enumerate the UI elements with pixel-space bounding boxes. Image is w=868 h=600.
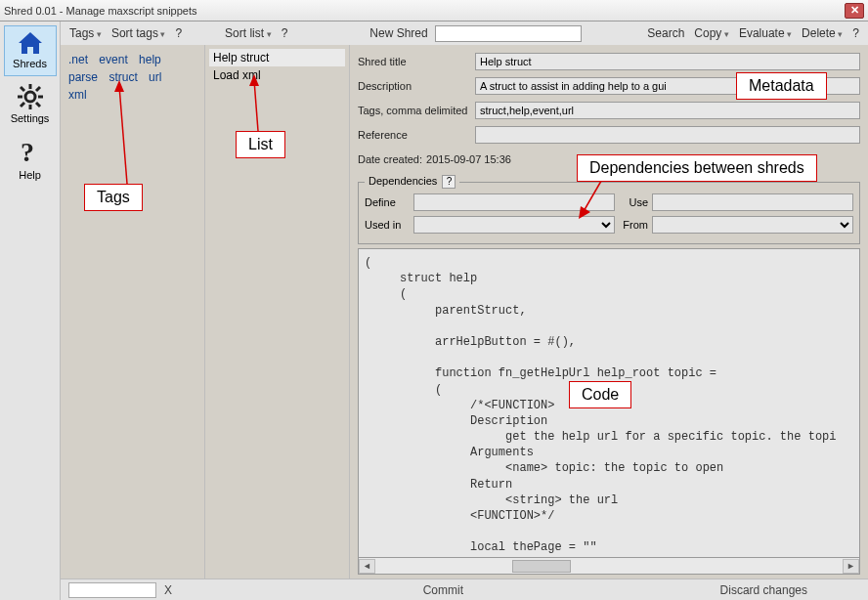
sidebar-item-settings[interactable]: Settings xyxy=(4,78,57,131)
close-button[interactable]: ✕ xyxy=(845,3,864,19)
menu-delete[interactable]: Delete xyxy=(799,24,846,42)
commit-button[interactable]: Commit xyxy=(417,581,469,599)
list-item[interactable]: Load xml xyxy=(209,66,345,84)
description-input[interactable] xyxy=(475,77,860,95)
tag-item[interactable]: url xyxy=(149,70,161,84)
menu-evaluate[interactable]: Evaluate xyxy=(736,24,795,42)
nav-sidebar: Shreds Settings ? Help xyxy=(0,21,61,600)
menu-help[interactable]: ? xyxy=(849,24,862,42)
svg-point-0 xyxy=(25,92,35,102)
sidebar-item-label: Settings xyxy=(11,112,50,124)
use-input[interactable] xyxy=(652,193,853,211)
reference-label: Reference xyxy=(358,129,475,141)
close-icon: ✕ xyxy=(850,4,859,17)
from-select[interactable] xyxy=(652,216,853,234)
list-item[interactable]: Help struct xyxy=(209,49,345,66)
scroll-thumb[interactable] xyxy=(512,560,571,573)
shred-title-label: Shred title xyxy=(358,56,475,67)
menu-tags-help[interactable]: ? xyxy=(172,24,185,42)
scroll-right-icon[interactable]: ► xyxy=(843,559,859,574)
from-label: From xyxy=(619,219,648,231)
svg-line-7 xyxy=(36,87,40,91)
use-label: Use xyxy=(619,196,648,208)
reference-input[interactable] xyxy=(475,126,860,144)
menu-bar: Tags Sort tags ? Sort list ? New Shred S… xyxy=(61,21,868,45)
svg-line-5 xyxy=(21,87,24,91)
tag-item[interactable]: help xyxy=(139,53,161,66)
svg-text:?: ? xyxy=(21,138,34,167)
date-created-value: 2015-09-07 15:36 xyxy=(426,153,511,165)
tag-item[interactable]: event xyxy=(99,53,127,66)
menu-tags[interactable]: Tags xyxy=(66,24,105,42)
new-shred-label: New Shred xyxy=(367,24,430,42)
discard-button[interactable]: Discard changes xyxy=(715,581,813,599)
tag-item[interactable]: xml xyxy=(68,88,87,102)
code-h-scrollbar[interactable]: ◄ ► xyxy=(358,558,860,575)
description-label: Description xyxy=(358,80,475,92)
tag-item[interactable]: struct xyxy=(108,70,137,84)
used-in-select[interactable] xyxy=(413,216,615,234)
status-field[interactable] xyxy=(68,582,156,598)
new-shred-input[interactable] xyxy=(435,25,582,42)
code-editor[interactable]: ( struct help ( parentStruct, arrHelpBut… xyxy=(358,248,860,558)
menu-copy[interactable]: Copy xyxy=(691,24,732,42)
list-panel: Help struct Load xml xyxy=(205,45,350,579)
window-title: Shred 0.01 - Manage maxscript snippets xyxy=(4,5,197,17)
status-clear-button[interactable]: X xyxy=(164,583,172,597)
sidebar-item-label: Help xyxy=(19,169,41,181)
dependencies-legend: Dependencies xyxy=(369,175,437,187)
tags-input[interactable] xyxy=(475,102,860,119)
svg-line-6 xyxy=(36,103,40,107)
tags-label: Tags, comma delimited xyxy=(358,105,475,116)
scroll-track[interactable] xyxy=(375,559,843,574)
detail-panel: Shred title Description Tags, comma deli… xyxy=(350,45,868,579)
status-bar: X Commit Discard changes xyxy=(61,579,868,600)
sidebar-item-shreds[interactable]: Shreds xyxy=(4,25,57,76)
tag-item[interactable]: .net xyxy=(68,53,88,66)
used-in-label: Used in xyxy=(365,219,410,231)
shred-list[interactable]: Help struct Load xml xyxy=(209,49,345,575)
tag-cloud: .net event help parse struct url xml xyxy=(68,51,196,104)
sidebar-item-label: Shreds xyxy=(13,58,47,69)
menu-search[interactable]: Search xyxy=(644,24,687,42)
home-icon xyxy=(16,30,45,56)
shred-title-input[interactable] xyxy=(475,53,860,70)
tag-item[interactable]: parse xyxy=(68,70,98,84)
svg-line-8 xyxy=(21,103,24,107)
tags-panel: .net event help parse struct url xml xyxy=(61,45,205,579)
title-bar: Shred 0.01 - Manage maxscript snippets ✕ xyxy=(0,0,868,21)
date-created-label: Date created: xyxy=(358,153,422,165)
question-icon: ? xyxy=(18,138,43,167)
menu-list-help[interactable]: ? xyxy=(279,24,291,42)
define-input[interactable] xyxy=(413,193,615,211)
menu-sort-tags[interactable]: Sort tags xyxy=(108,24,169,42)
define-label: Define xyxy=(365,196,410,208)
menu-sort-list[interactable]: Sort list xyxy=(222,24,275,42)
dependencies-group: Dependencies ? Define Use Used in From xyxy=(358,175,860,244)
scroll-left-icon[interactable]: ◄ xyxy=(359,559,375,574)
dependencies-help-button[interactable]: ? xyxy=(442,175,456,189)
sidebar-item-help[interactable]: ? Help xyxy=(4,133,57,188)
gear-icon xyxy=(17,83,44,110)
